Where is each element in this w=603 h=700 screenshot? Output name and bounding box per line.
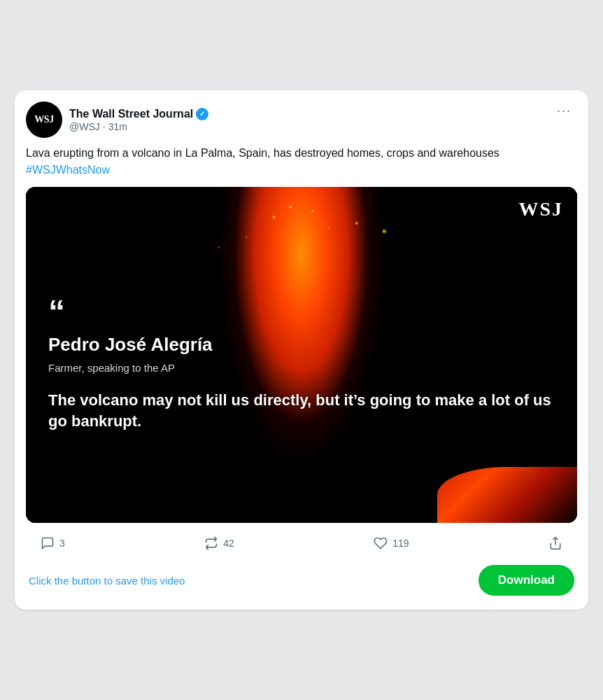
reply-icon-svg — [41, 536, 55, 550]
retweet-count: 42 — [223, 538, 234, 549]
verified-badge-icon — [196, 108, 208, 120]
share-icon — [548, 536, 563, 551]
like-action[interactable]: 119 — [373, 536, 409, 551]
volcano-sparks — [26, 187, 577, 388]
tweet-footer: Click the button to save this video Down… — [26, 565, 577, 596]
reply-icon — [40, 536, 55, 551]
save-video-link[interactable]: Click the button to save this video — [29, 575, 185, 587]
volcano-lava — [437, 467, 577, 523]
download-button[interactable]: Download — [478, 565, 574, 596]
account-info: The Wall Street Journal @WSJ · 31m — [69, 108, 208, 132]
tweet-text-main: Lava erupting from a volcano in La Palma… — [26, 147, 499, 159]
more-options-button[interactable]: ··· — [551, 102, 577, 120]
reply-action[interactable]: 3 — [40, 536, 65, 551]
like-icon — [373, 536, 388, 551]
tweet-actions: 3 42 119 — [26, 533, 577, 554]
share-icon-svg — [548, 536, 562, 550]
media-wsj-logo: WSJ — [518, 198, 563, 220]
media-quote-text: The volcano may not kill us directly, bu… — [48, 390, 555, 431]
tweet-text: Lava erupting from a volcano in La Palma… — [26, 145, 577, 178]
media-person-name: Pedro José Alegría — [48, 334, 213, 356]
tweet-header: WSJ The Wall Street Journal @WSJ · 31m ·… — [26, 102, 577, 138]
tweet-time: 31m — [108, 121, 127, 132]
account-name: The Wall Street Journal — [69, 108, 193, 120]
like-count: 119 — [392, 538, 409, 549]
account-name-row: The Wall Street Journal — [69, 108, 208, 120]
avatar-text: WSJ — [34, 114, 53, 125]
tweet-card: WSJ The Wall Street Journal @WSJ · 31m ·… — [15, 90, 588, 610]
media-person-title: Farmer, speaking to the AP — [48, 362, 175, 374]
retweet-icon-svg — [204, 536, 218, 550]
media-container[interactable]: WSJ “ Pedro José Alegría Farmer, speakin… — [26, 187, 577, 523]
retweet-action[interactable]: 42 — [204, 536, 234, 551]
separator: · — [103, 121, 106, 132]
share-action[interactable] — [548, 536, 563, 551]
tweet-hashtag[interactable]: #WSJWhatsNow — [26, 164, 110, 176]
tweet-header-left: WSJ The Wall Street Journal @WSJ · 31m — [26, 102, 208, 138]
media-quote-icon: “ — [48, 299, 65, 326]
avatar: WSJ — [26, 102, 62, 138]
retweet-icon — [204, 536, 219, 551]
like-icon-svg — [374, 536, 388, 550]
account-handle: @WSJ — [69, 121, 100, 132]
account-handle-time: @WSJ · 31m — [69, 121, 208, 132]
reply-count: 3 — [59, 538, 65, 549]
